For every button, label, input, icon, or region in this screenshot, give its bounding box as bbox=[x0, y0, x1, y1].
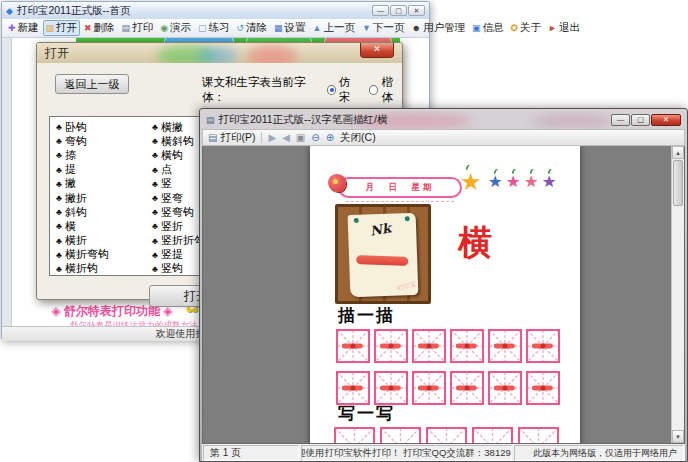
main-toolbar-item-label: 信息 bbox=[482, 21, 503, 35]
vertical-scrollbar[interactable]: ▲ ▼ bbox=[671, 146, 684, 443]
stroke-icon: ♣ bbox=[152, 250, 158, 260]
print-button[interactable]: ▤ 打印(P) bbox=[208, 131, 255, 145]
scrollbar-thumb[interactable] bbox=[673, 160, 683, 206]
stroke-list-item[interactable]: ♣捺 bbox=[56, 148, 109, 162]
preview-toolbar: ▤ 打印(P) ▶ ◀ ▣ ⊖ ⊕ 关闭(C) bbox=[202, 129, 685, 146]
welcome-panel: 欢迎使用打印宝软件打印！ 打印宝QQ交流群：38129695 bbox=[301, 445, 512, 461]
write-grid-row bbox=[334, 427, 559, 444]
stroke-icon: ♣ bbox=[56, 236, 62, 246]
maximize-icon[interactable]: ▢ bbox=[390, 5, 407, 16]
next-page-icon: ▼ bbox=[362, 24, 371, 33]
back-up-level-button[interactable]: 返回上一级 bbox=[55, 74, 129, 94]
pin-icon bbox=[354, 218, 359, 223]
next-page-icon[interactable]: ▶ bbox=[268, 132, 276, 143]
practice-icon: ▢ bbox=[198, 24, 207, 33]
stroke-icon: ♣ bbox=[152, 236, 158, 246]
paper-note: Nk 打印宝 bbox=[348, 213, 419, 297]
stroke-list-item[interactable]: ♣竖折折勾 bbox=[152, 234, 205, 248]
preview-titlebar[interactable]: ▤ 打印宝2011正式版--汉字笔画描红/横 — ▢ ✕ bbox=[202, 111, 685, 129]
prev-page-icon[interactable]: ◀ bbox=[282, 132, 290, 143]
pin-icon bbox=[405, 216, 410, 221]
radio-icon[interactable] bbox=[369, 85, 378, 95]
main-toolbar-item-label: 练习 bbox=[209, 21, 230, 35]
stroke-icon: ♣ bbox=[152, 122, 158, 132]
trace-cell bbox=[450, 371, 484, 405]
main-toolbar-item-8[interactable]: ▲上一页 bbox=[310, 20, 358, 36]
main-toolbar-item-0[interactable]: ✚新建 bbox=[5, 20, 42, 36]
zoom-out-icon[interactable]: ⊖ bbox=[311, 132, 319, 143]
stroke-icon: ♣ bbox=[152, 264, 158, 274]
left-sidebar-strip[interactable] bbox=[2, 38, 12, 341]
stroke-icon: ♣ bbox=[56, 122, 62, 132]
main-toolbar-item-5[interactable]: ▢练习 bbox=[195, 20, 233, 36]
maximize-icon[interactable]: ▢ bbox=[631, 114, 650, 126]
stroke-list-item[interactable]: ♣竖弯钩 bbox=[152, 205, 205, 219]
main-toolbar-item-9[interactable]: ▼下一页 bbox=[359, 20, 407, 36]
main-toolbar-item-7[interactable]: ▦设置 bbox=[271, 20, 309, 36]
delete-icon: ✖ bbox=[84, 24, 92, 33]
page-layout-icon[interactable]: ▣ bbox=[296, 132, 305, 143]
open-dialog-title: 打开 bbox=[45, 45, 69, 62]
scroll-up-icon[interactable]: ▲ bbox=[672, 146, 684, 159]
main-toolbar-item-1[interactable]: ▨打开 bbox=[43, 20, 81, 36]
stroke-list-item[interactable]: ♣竖提 bbox=[152, 248, 205, 262]
stroke-list-item[interactable]: ♣竖 bbox=[152, 177, 205, 191]
preview-statusbar: 第 1 页 欢迎使用打印宝软件打印！ 打印宝QQ交流群：38129695 此版本… bbox=[202, 444, 685, 461]
stroke-list-item[interactable]: ♣横折弯钩 bbox=[56, 248, 109, 262]
main-toolbar-item-label: 设置 bbox=[285, 21, 306, 35]
stroke-list-item[interactable]: ♣横钩 bbox=[152, 148, 205, 162]
glass-reflection bbox=[532, 113, 612, 129]
close-icon[interactable]: ✕ bbox=[360, 43, 394, 58]
stroke-list-item[interactable]: ♣竖钩 bbox=[152, 262, 205, 276]
stroke-list-item[interactable]: ♣点 bbox=[152, 163, 205, 177]
stroke-name-character: 横 bbox=[458, 220, 492, 266]
main-toolbar-item-12[interactable]: ✪关于 bbox=[507, 20, 544, 36]
stroke-list-item[interactable]: ♣横斜钩 bbox=[152, 134, 205, 148]
stroke-list-item[interactable]: ♣竖弯 bbox=[152, 191, 205, 205]
stroke-list-item[interactable]: ♣横折钩 bbox=[56, 262, 109, 276]
stroke-icon: ♣ bbox=[152, 193, 158, 203]
stroke-list-item[interactable]: ♣横 bbox=[56, 219, 109, 233]
close-preview-button[interactable]: 关闭(C) bbox=[340, 131, 376, 145]
main-toolbar-item-2[interactable]: ✖删除 bbox=[81, 20, 118, 36]
stroke-list-item[interactable]: ♣弯钩 bbox=[56, 134, 109, 148]
stroke-list-item[interactable]: ♣撇折 bbox=[56, 191, 109, 205]
main-toolbar-item-6[interactable]: ↺清除 bbox=[234, 20, 271, 36]
close-icon[interactable]: ✕ bbox=[651, 114, 681, 126]
minimize-icon[interactable]: — bbox=[372, 5, 389, 16]
write-section-heading: 写一写 bbox=[338, 402, 395, 425]
stroke-list-item[interactable]: ♣斜钩 bbox=[56, 205, 109, 219]
stroke-list-item[interactable]: ♣横撇 bbox=[152, 120, 205, 134]
stroke-item-label: 点 bbox=[161, 162, 172, 177]
zoom-in-icon[interactable]: ⊕ bbox=[326, 132, 334, 143]
document-page: 月 日 星期 ★ ★★★★ Nk 打印宝 横 描一描 bbox=[310, 146, 580, 444]
main-toolbar-item-13[interactable]: ►退出 bbox=[545, 20, 583, 36]
trace-cell bbox=[412, 371, 446, 405]
open-dialog-titlebar[interactable]: 打开 ✕ bbox=[37, 43, 402, 63]
font-radio-0[interactable]: 仿宋 bbox=[327, 75, 360, 105]
main-toolbar-item-10[interactable]: ☻用户管理 bbox=[408, 20, 467, 36]
main-toolbar-item-4[interactable]: ◉演示 bbox=[157, 20, 194, 36]
stroke-list-item[interactable]: ♣撇 bbox=[56, 177, 109, 191]
minimize-icon[interactable]: — bbox=[611, 114, 630, 126]
trace-grid-row bbox=[336, 371, 560, 405]
stroke-list-item[interactable]: ♣卧钩 bbox=[56, 120, 109, 134]
main-toolbar-item-label: 演示 bbox=[170, 21, 191, 35]
stroke-list-item[interactable]: ♣横折 bbox=[56, 234, 109, 248]
main-window-titlebar[interactable]: ◆ 打印宝2011正式版--首页 — ▢ ✕ bbox=[2, 2, 429, 19]
stroke-list-item[interactable]: ♣竖折 bbox=[152, 219, 205, 233]
font-radio-1[interactable]: 楷体 bbox=[369, 75, 402, 105]
new-icon: ✚ bbox=[8, 24, 16, 33]
close-icon[interactable]: ✕ bbox=[408, 5, 425, 16]
main-toolbar-item-3[interactable]: ▤打印 bbox=[119, 20, 157, 36]
about-icon: ✪ bbox=[510, 24, 518, 33]
stroke-item-label: 横折钩 bbox=[65, 261, 98, 276]
radio-selected-icon[interactable] bbox=[327, 85, 336, 95]
scroll-down-icon[interactable]: ▼ bbox=[672, 430, 684, 443]
main-toolbar-item-label: 下一页 bbox=[373, 21, 405, 35]
stroke-list-item[interactable]: ♣提 bbox=[56, 163, 109, 177]
main-toolbar-item-11[interactable]: ▣信息 bbox=[469, 20, 507, 36]
printer-icon: ▤ bbox=[122, 24, 131, 33]
main-toolbar-item-label: 上一页 bbox=[323, 21, 355, 35]
stroke-item-label: 捺 bbox=[65, 148, 76, 163]
